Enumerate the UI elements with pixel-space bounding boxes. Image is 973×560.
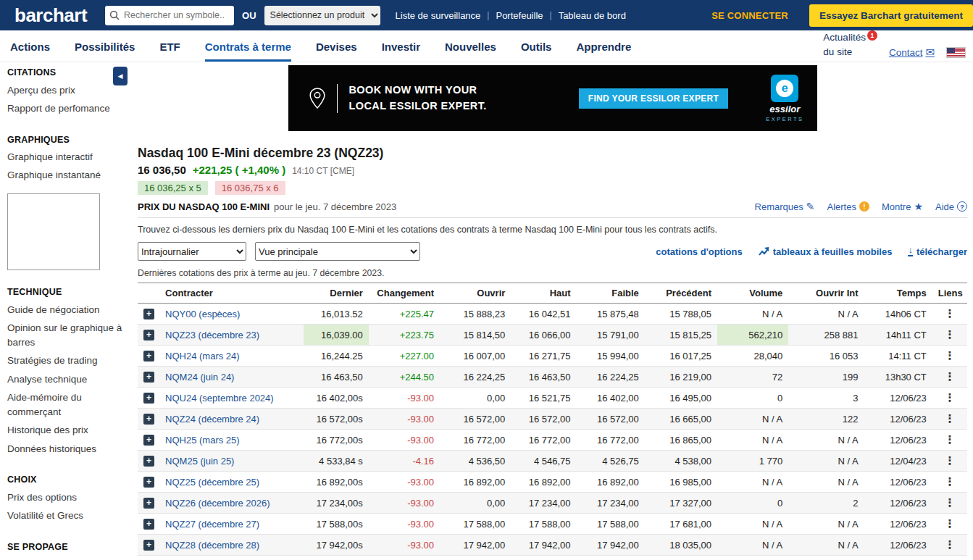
search-input[interactable]	[105, 6, 234, 25]
help-link[interactable]: Aide?	[935, 201, 967, 212]
sidebar-item[interactable]: Volatilité et Grecs	[7, 507, 123, 525]
nav-item[interactable]: Actions	[10, 32, 50, 62]
contract-symbol-link[interactable]: NQZ25 (décembre 25)	[165, 477, 259, 488]
column-header[interactable]: Temps	[864, 283, 932, 304]
topbar-link[interactable]: Tableau de bord	[559, 10, 626, 21]
row-menu-icon[interactable]: ⋮	[944, 391, 955, 404]
contact-link[interactable]: Contact✉	[889, 46, 935, 59]
nav-item[interactable]: Devises	[316, 32, 357, 62]
sign-in-link[interactable]: SE CONNECTER	[711, 10, 788, 21]
contract-symbol-link[interactable]: NQZ23 (décembre 23)	[165, 330, 259, 340]
contract-symbol-link[interactable]: NQM24 (juin 24)	[165, 372, 234, 383]
nav-item[interactable]: ETF	[159, 32, 180, 62]
contract-symbol-link[interactable]: NQZ27 (décembre 27)	[165, 519, 259, 530]
nav-item[interactable]: Nouvelles	[445, 32, 496, 62]
contract-symbol-link[interactable]: NQM25 (juin 25)	[165, 456, 234, 467]
options-quotes-link[interactable]: cotations d'options	[656, 246, 742, 257]
row-menu-icon[interactable]: ⋮	[944, 433, 955, 446]
column-header[interactable]: Faible	[577, 283, 645, 304]
expand-row-button[interactable]: +	[143, 519, 154, 530]
high-cell: 16 892,00	[511, 472, 576, 493]
nav-item[interactable]: Investir	[382, 32, 420, 62]
alerts-link[interactable]: Alertes!	[827, 201, 869, 212]
ad-cta-button[interactable]: FIND YOUR ESSILOR EXPERT	[579, 88, 728, 109]
expand-row-button[interactable]: +	[143, 372, 154, 383]
sidebar-item[interactable]: Guide de négociation	[7, 301, 123, 319]
column-header[interactable]: Changement	[369, 283, 440, 304]
column-header[interactable]: Contracter	[159, 283, 304, 304]
sidebar-item[interactable]: Prix des options	[7, 488, 123, 506]
nav-item[interactable]: Outils	[521, 32, 552, 62]
column-header[interactable]: Ouvrir Int	[788, 283, 864, 304]
sidebar-item[interactable]: Rapport de perfomance	[7, 99, 123, 117]
topbar-link[interactable]: Portefeuille	[496, 10, 543, 21]
watch-link[interactable]: Montre★	[882, 201, 923, 212]
column-header[interactable]	[138, 283, 159, 304]
row-menu-icon[interactable]: ⋮	[944, 412, 955, 425]
column-header[interactable]: Ouvrir	[440, 283, 511, 304]
download-link[interactable]: ↓télécharger	[908, 246, 967, 257]
nav-item[interactable]: Contrats à terme	[205, 32, 291, 62]
expand-row-button[interactable]: +	[143, 393, 154, 404]
sidebar-item[interactable]: Historique des prix	[7, 422, 123, 440]
sidebar-item[interactable]: Aperçu des prix	[7, 81, 123, 99]
contract-symbol-link[interactable]: NQU24 (septembre 2024)	[165, 393, 274, 404]
sidebar-item[interactable]: Graphique instantané	[7, 167, 123, 185]
barchart-logo[interactable]: barchart	[14, 4, 87, 27]
sidebar-item[interactable]: Analyse technique	[7, 370, 123, 388]
contract-symbol-link[interactable]: NQZ24 (décembre 24)	[165, 414, 259, 425]
column-header[interactable]: Volume	[717, 283, 788, 304]
contract-symbol-link[interactable]: NQH24 (mars 24)	[165, 351, 240, 362]
last-price: 16 036,50	[138, 164, 186, 176]
sidebar-item[interactable]: Stratégies de trading	[7, 352, 123, 370]
row-menu-icon[interactable]: ⋮	[944, 349, 955, 362]
product-select[interactable]: Sélectionnez un produit	[264, 6, 380, 25]
nav-item[interactable]: Apprendre	[576, 32, 631, 62]
sidebar-item[interactable]: Opinion sur le graphique à barres	[7, 319, 123, 352]
sidebar-item[interactable]: Spreads à terme	[7, 556, 123, 560]
open-interest-cell: 3	[788, 388, 864, 409]
nav-item[interactable]: Possibilités	[75, 32, 135, 62]
column-header[interactable]: Liens	[932, 283, 967, 304]
expand-row-button[interactable]: +	[143, 330, 154, 340]
sidebar-collapse-button[interactable]: ◀	[113, 67, 128, 85]
row-menu-icon[interactable]: ⋮	[944, 496, 955, 509]
topbar-link[interactable]: Liste de surveillance	[396, 10, 481, 21]
contract-symbol-link[interactable]: NQH25 (mars 25)	[165, 435, 240, 446]
question-icon: ?	[957, 201, 967, 212]
row-menu-icon[interactable]: ⋮	[944, 454, 955, 467]
expand-row-button[interactable]: +	[143, 456, 154, 467]
column-header[interactable]: Haut	[511, 283, 576, 304]
expand-row-button[interactable]: +	[143, 498, 154, 509]
frequency-select[interactable]: Intrajournalier	[138, 242, 246, 261]
row-menu-icon[interactable]: ⋮	[944, 475, 955, 488]
row-menu-icon[interactable]: ⋮	[944, 328, 955, 340]
ad-banner[interactable]: BOOK NOW WITH YOUR LOCAL ESSILOR EXPERT.…	[288, 65, 817, 131]
contract-symbol-link[interactable]: NQY00 (espèces)	[165, 309, 240, 319]
row-menu-icon[interactable]: ⋮	[944, 517, 955, 530]
contract-symbol-link[interactable]: NQZ28 (décembre 28)	[165, 540, 259, 551]
contract-symbol-link[interactable]: NQZ26 (décembre 2026)	[165, 498, 270, 509]
expand-row-button[interactable]: +	[143, 435, 154, 446]
column-header[interactable]: Précédent	[645, 283, 717, 304]
row-menu-icon[interactable]: ⋮	[944, 538, 955, 551]
expand-row-button[interactable]: +	[143, 477, 154, 488]
site-news-link[interactable]: Actualités1 du site	[823, 30, 877, 60]
row-menu-icon[interactable]: ⋮	[944, 307, 955, 319]
expand-row-button[interactable]: +	[143, 540, 154, 551]
open-interest-cell: N / A	[788, 514, 864, 535]
expand-row-button[interactable]: +	[143, 351, 154, 362]
view-select[interactable]: Vue principale	[255, 242, 420, 261]
sidebar-item[interactable]: Données historiques	[7, 440, 123, 458]
sidebar-item[interactable]: Aide-mémoire du commerçant	[7, 388, 123, 422]
star-icon: ★	[914, 201, 923, 212]
sidebar-item[interactable]: Graphique interactif	[7, 149, 123, 167]
notes-link[interactable]: Remarques✎	[755, 201, 815, 212]
row-menu-icon[interactable]: ⋮	[944, 370, 955, 383]
us-flag-icon[interactable]	[946, 47, 966, 58]
expand-row-button[interactable]: +	[143, 414, 154, 425]
expand-row-button[interactable]: +	[143, 309, 154, 319]
try-free-button[interactable]: Essayez Barchart gratuitement	[809, 4, 973, 27]
flipcharts-link[interactable]: tableaux à feuilles mobiles	[759, 246, 893, 257]
column-header[interactable]: Dernier	[304, 283, 369, 304]
